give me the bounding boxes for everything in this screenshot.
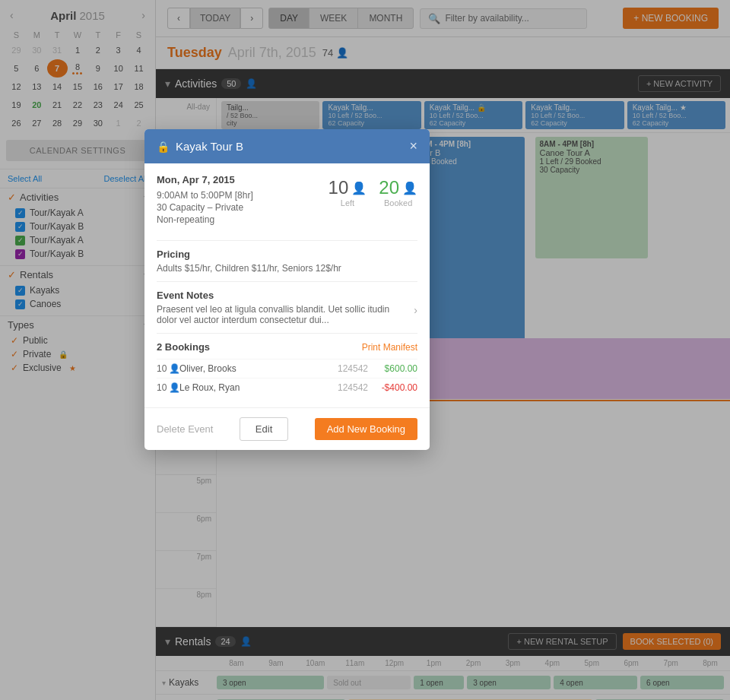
booking-row-2[interactable]: 10 👤 Le Roux, Ryan 124542 -$400.00	[157, 378, 417, 397]
kayaks-bar-soldout[interactable]: Sold out	[327, 676, 411, 689]
cal-day-12[interactable]: 12	[6, 78, 27, 96]
allday-events: Tailg... / 52 Boo... city Kayak Tailg...…	[217, 98, 730, 132]
notes-title: Event Notes	[157, 290, 417, 301]
cal-day-29[interactable]: 29	[6, 41, 27, 59]
deselect-all-button[interactable]: Deselect All	[104, 174, 148, 183]
week-view-button[interactable]: WEEK	[309, 8, 358, 29]
allday-event-3[interactable]: Kayak Tailg... 10 Left / 52 Boo... 62 Ca…	[525, 101, 624, 129]
modal-close-button[interactable]: ×	[409, 138, 417, 154]
print-manifest-button[interactable]: Print Manifest	[362, 342, 417, 353]
type-exclusive[interactable]: ✓ Exclusive ★	[8, 361, 148, 375]
cal-next-button[interactable]: ›	[138, 8, 149, 23]
cal-day-31[interactable]: 31	[47, 41, 68, 59]
next-day-button[interactable]: ›	[240, 8, 263, 29]
cal-prev-button[interactable]: ‹	[6, 8, 17, 23]
cal-day-5[interactable]: 5	[6, 59, 27, 78]
activities-toggle-button[interactable]: ▾	[165, 78, 170, 90]
activity-item-1[interactable]: ✓ Tour/Kayak A	[8, 206, 148, 220]
activity-item-4[interactable]: ✓ Tour/Kayak B	[8, 247, 148, 261]
activity-checkbox-4[interactable]: ✓	[15, 249, 25, 259]
cal-day-16[interactable]: 16	[87, 78, 108, 96]
new-booking-button[interactable]: + NEW BOOKING	[623, 8, 719, 29]
activity-checkbox-1[interactable]: ✓	[15, 208, 25, 218]
cal-day-4[interactable]: 4	[129, 41, 149, 59]
rentals-toggle-button[interactable]: ▾	[165, 635, 170, 648]
activity-checkbox-2[interactable]: ✓	[15, 222, 25, 232]
modal-footer: Delete Event Edit Add New Booking	[144, 407, 430, 450]
activity-item-3[interactable]: ✓ Tour/Kayak A	[8, 233, 148, 247]
cal-day-24[interactable]: 24	[108, 96, 129, 114]
cal-day-2[interactable]: 2	[87, 41, 108, 59]
prev-day-button[interactable]: ‹	[167, 8, 190, 29]
cal-day-19[interactable]: 19	[6, 96, 27, 114]
cal-day-27[interactable]: 27	[27, 114, 47, 132]
kayaks-bars: 3 open Sold out 1 open 3 open 4 open 6 o…	[217, 676, 724, 689]
kayaks-bar-4open[interactable]: 4 open	[554, 676, 637, 689]
activities-group-header[interactable]: ✓ Activities ▾	[8, 192, 148, 203]
notes-chevron-icon[interactable]: ›	[414, 304, 417, 316]
rental-item-canoes[interactable]: ✓ Canoes	[8, 297, 148, 311]
kayaks-bar-6open[interactable]: 6 open	[640, 676, 724, 689]
activity-checkbox-3[interactable]: ✓	[15, 236, 25, 245]
dow-t: T	[47, 29, 68, 41]
cal-day-21[interactable]: 21	[47, 96, 68, 114]
edit-button[interactable]: Edit	[240, 417, 288, 441]
cal-day-22[interactable]: 22	[68, 96, 88, 114]
dow-w: W	[68, 29, 88, 41]
cal-day-17[interactable]: 17	[108, 78, 129, 96]
cal-day-3[interactable]: 3	[108, 41, 129, 59]
cal-day-26[interactable]: 26	[6, 114, 27, 132]
rental-checkbox-kayaks[interactable]: ✓	[15, 286, 25, 296]
cal-day-30[interactable]: 30	[87, 114, 108, 132]
allday-event-4[interactable]: Kayak Tailg... ★ 10 Left / 52 Boo... 62 …	[627, 101, 725, 129]
kayaks-bar-1open[interactable]: 1 open	[414, 676, 464, 689]
kayaks-bar-3open[interactable]: 3 open	[217, 676, 324, 689]
type-public[interactable]: ✓ Public	[8, 334, 148, 347]
cal-day-6[interactable]: 6	[27, 59, 47, 78]
cal-day-28[interactable]: 28	[47, 114, 68, 132]
cal-day-20[interactable]: 20	[27, 96, 47, 114]
cal-day-9[interactable]: 9	[87, 59, 108, 78]
allday-event-2[interactable]: Kayak Tailg... 🔒 10 Left / 52 Boo... 62 …	[424, 101, 522, 129]
cal-day-15[interactable]: 15	[68, 78, 88, 96]
cal-day-25[interactable]: 25	[129, 96, 149, 114]
today-button[interactable]: TODAY	[190, 8, 240, 29]
delete-event-button[interactable]: Delete Event	[157, 423, 213, 435]
cal-day-13[interactable]: 13	[27, 78, 47, 96]
cal-day-14[interactable]: 14	[47, 78, 68, 96]
search-input[interactable]	[445, 13, 579, 24]
booking-row-1[interactable]: 10 👤 Oliver, Brooks 124542 $600.00	[157, 359, 417, 378]
time-slot-6pm: 6pm	[156, 513, 216, 551]
cal-day-11[interactable]: 11	[129, 59, 149, 78]
book-selected-button[interactable]: BOOK SELECTED (0)	[623, 633, 721, 650]
day-view-button[interactable]: DAY	[268, 8, 309, 29]
cal-day-8[interactable]: 8	[68, 59, 88, 78]
allday-event-0[interactable]: Tailg... / 52 Boo... city	[221, 101, 319, 129]
kayaks-bar-3open-2[interactable]: 3 open	[467, 676, 551, 689]
rental-checkbox-canoes[interactable]: ✓	[15, 299, 25, 309]
calendar-settings-button[interactable]: CALENDAR SETTINGS	[6, 140, 149, 161]
modal-divider-1	[157, 240, 417, 241]
cal-day-1[interactable]: 1	[68, 41, 88, 59]
select-all-button[interactable]: Select All	[8, 174, 42, 183]
allday-event-1[interactable]: Kayak Tailg... 10 Left / 52 Boo... 62 Ca…	[322, 101, 421, 129]
new-activity-button[interactable]: + NEW ACTIVITY	[638, 75, 721, 92]
activity-item-2[interactable]: ✓ Tour/Kayak B	[8, 220, 148, 233]
rentals-group-header[interactable]: ✓ Rentals ▾	[8, 269, 148, 280]
cal-day-23[interactable]: 23	[87, 96, 108, 114]
cal-day-1[interactable]: 1	[108, 114, 129, 132]
add-booking-button[interactable]: Add New Booking	[315, 418, 417, 440]
rental-item-kayaks[interactable]: ✓ Kayaks	[8, 283, 148, 297]
month-view-button[interactable]: MONTH	[357, 8, 414, 29]
rental-label-canoes: Canoes	[30, 299, 61, 309]
cal-event-canoe-a[interactable]: 8AM - 4PM [8h] Canoe Tour A 1 Left / 29 …	[535, 137, 649, 258]
new-rental-setup-button[interactable]: + NEW RENTAL SETUP	[508, 633, 616, 650]
cal-day-29[interactable]: 29	[68, 114, 88, 132]
cal-day-10[interactable]: 10	[108, 59, 129, 78]
type-private[interactable]: ✓ Private 🔒	[8, 347, 148, 361]
allday-event-sub2-3: 62 Capacity	[531, 119, 618, 127]
cal-day-18[interactable]: 18	[129, 78, 149, 96]
cal-day-30[interactable]: 30	[27, 41, 47, 59]
kayaks-summary-row: ▾ Kayaks 3 open Sold out 1 open 3 open 4…	[156, 671, 730, 695]
cal-day-7[interactable]: 7	[47, 59, 68, 78]
